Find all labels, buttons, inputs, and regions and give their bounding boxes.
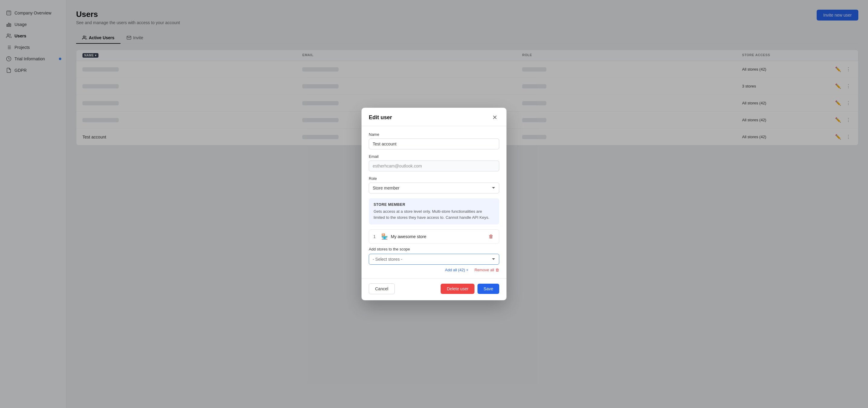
modal-footer: Cancel Delete user Save — [362, 278, 506, 300]
role-select[interactable]: Store member Store admin Account admin — [369, 182, 499, 194]
save-button[interactable]: Save — [477, 284, 499, 294]
email-field-group: Email — [369, 154, 499, 171]
trash-icon: 🗑 — [495, 268, 499, 272]
store-item: 1 🏪 My awesome store 🗑 — [369, 229, 499, 244]
name-label: Name — [369, 132, 499, 137]
footer-right: Delete user Save — [441, 284, 499, 294]
modal-title: Edit user — [369, 114, 392, 121]
name-input[interactable] — [369, 138, 499, 149]
role-info-box: STORE MEMBER Gets access at a store leve… — [369, 198, 499, 225]
store-remove-button[interactable]: 🗑 — [488, 233, 495, 240]
role-info-title: STORE MEMBER — [374, 203, 494, 207]
edit-user-modal: Edit user ✕ Name Email Role Store member… — [362, 108, 506, 300]
role-field-group: Role Store member Store admin Account ad… — [369, 176, 499, 194]
modal-header: Edit user ✕ — [362, 108, 506, 126]
store-number: 1 — [373, 234, 378, 239]
modal-overlay: Edit user ✕ Name Email Role Store member… — [0, 0, 868, 408]
modal-body: Name Email Role Store member Store admin… — [362, 126, 506, 278]
delete-user-button[interactable]: Delete user — [441, 284, 474, 294]
close-button[interactable]: ✕ — [491, 114, 499, 121]
remove-all-button[interactable]: Remove all 🗑 — [474, 268, 499, 272]
role-info-text: Gets access at a store level only. Multi… — [374, 208, 494, 220]
store-name: My awesome store — [391, 234, 485, 239]
role-label: Role — [369, 176, 499, 181]
email-label: Email — [369, 154, 499, 159]
store-icon: 🏪 — [381, 233, 388, 240]
email-input[interactable] — [369, 161, 499, 171]
name-field-group: Name — [369, 132, 499, 149]
select-stores-dropdown[interactable]: - Select stores - — [369, 254, 499, 265]
add-all-button[interactable]: Add all (42) + — [445, 268, 468, 272]
cancel-button[interactable]: Cancel — [369, 283, 395, 294]
store-actions-row: Add all (42) + Remove all 🗑 — [369, 268, 499, 272]
add-stores-label: Add stores to the scope — [369, 247, 499, 251]
